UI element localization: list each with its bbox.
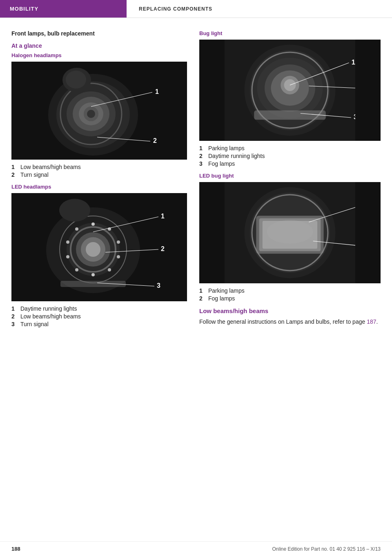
svg-text:1: 1 bbox=[161, 213, 165, 220]
item-number: 2 bbox=[199, 153, 208, 159]
page-title-text: Front lamps, bulb replacement bbox=[11, 30, 95, 37]
svg-text:3: 3 bbox=[157, 282, 160, 289]
left-column: Front lamps, bulb replacement At a glanc… bbox=[11, 30, 187, 333]
low-beams-heading: Low beams/high beams bbox=[199, 307, 381, 314]
halogen-headlamps-heading: Halogen headlamps bbox=[11, 52, 187, 58]
item-number: 3 bbox=[199, 160, 208, 167]
low-beams-description: Follow the general instructions on Lamps… bbox=[199, 318, 381, 326]
svg-point-27 bbox=[108, 268, 111, 271]
svg-point-14 bbox=[66, 71, 86, 89]
list-item: 2 Daytime running lights bbox=[199, 153, 381, 159]
list-item: 1 Parking lamps bbox=[199, 287, 381, 294]
item-text: Parking lamps bbox=[208, 145, 245, 151]
item-text: Low beams/high beams bbox=[20, 313, 81, 320]
list-item: 2 Low beams/high beams bbox=[11, 313, 187, 320]
svg-point-30 bbox=[66, 255, 69, 258]
svg-point-29 bbox=[75, 268, 78, 271]
bug-light-items-list: 1 Parking lamps 2 Daytime running lights… bbox=[199, 145, 381, 167]
main-content: Front lamps, bulb replacement At a glanc… bbox=[0, 18, 392, 349]
led-image-svg: 1 2 3 bbox=[11, 193, 187, 301]
footer: 188 Online Edition for Part no. 01 40 2 … bbox=[0, 541, 392, 556]
bug-light-heading: Bug light bbox=[199, 30, 381, 36]
list-item: 2 Fog lamps bbox=[199, 295, 381, 302]
item-number: 1 bbox=[11, 164, 20, 170]
at-a-glance-heading: At a glance bbox=[11, 42, 187, 49]
page-number: 188 bbox=[11, 546, 20, 552]
led-bug-heading: LED bug light bbox=[199, 173, 381, 179]
right-column: Bug light bbox=[199, 30, 381, 333]
svg-rect-58 bbox=[199, 40, 225, 141]
list-item: 3 Fog lamps bbox=[199, 160, 381, 167]
mobility-label: MOBILITY bbox=[10, 6, 38, 12]
item-number: 2 bbox=[11, 171, 20, 178]
list-item: 1 Parking lamps bbox=[199, 145, 381, 151]
svg-point-22 bbox=[86, 242, 100, 257]
led-items-list: 1 Daytime running lights 2 Low beams/hig… bbox=[11, 305, 187, 327]
halogen-items-list: 1 Low beams/high beams 2 Turn signal bbox=[11, 164, 187, 178]
svg-rect-51 bbox=[254, 110, 326, 120]
led-bug-svg: 1 2 bbox=[199, 182, 381, 283]
item-text: Fog lamps bbox=[208, 160, 235, 167]
page-title: Front lamps, bulb replacement bbox=[11, 30, 187, 37]
svg-rect-73 bbox=[199, 182, 225, 283]
item-number: 1 bbox=[199, 145, 208, 151]
header-section-label: REPLACING COMPONENTS bbox=[127, 0, 392, 18]
item-number: 3 bbox=[11, 321, 20, 327]
svg-point-68 bbox=[267, 220, 313, 244]
led-bug-light-image: 1 2 bbox=[199, 182, 381, 283]
svg-rect-74 bbox=[355, 182, 381, 283]
svg-text:2: 2 bbox=[153, 137, 157, 144]
item-number: 2 bbox=[11, 313, 20, 320]
svg-point-8 bbox=[87, 110, 95, 118]
svg-point-26 bbox=[117, 255, 120, 258]
period: . bbox=[376, 318, 378, 325]
svg-point-31 bbox=[66, 240, 69, 244]
list-item: 2 Turn signal bbox=[11, 171, 187, 178]
svg-text:1: 1 bbox=[155, 88, 159, 95]
item-text: Daytime running lights bbox=[208, 153, 265, 159]
svg-text:2: 2 bbox=[161, 245, 165, 252]
item-text: Turn signal bbox=[20, 321, 49, 327]
svg-point-23 bbox=[91, 222, 95, 226]
list-item: 3 Turn signal bbox=[11, 321, 187, 327]
item-text: Fog lamps bbox=[208, 295, 235, 302]
header: MOBILITY REPLACING COMPONENTS bbox=[0, 0, 392, 18]
list-item: 1 Daytime running lights bbox=[11, 305, 187, 312]
led-headlamp-image: 1 2 3 bbox=[11, 193, 187, 301]
item-text: Parking lamps bbox=[208, 287, 245, 294]
led-headlamps-heading: LED headlamps bbox=[11, 184, 187, 190]
item-number: 1 bbox=[199, 287, 208, 294]
svg-point-25 bbox=[117, 240, 120, 244]
svg-rect-59 bbox=[355, 40, 381, 141]
item-text: Turn signal bbox=[20, 171, 49, 178]
svg-point-32 bbox=[75, 227, 78, 231]
section-label: REPLACING COMPONENTS bbox=[139, 6, 212, 12]
bug-light-svg: 1 2 3 bbox=[199, 40, 381, 141]
header-mobility-tab: MOBILITY bbox=[0, 0, 127, 18]
list-item: 1 Low beams/high beams bbox=[11, 164, 187, 170]
svg-text:1: 1 bbox=[352, 58, 355, 66]
svg-point-28 bbox=[91, 273, 95, 276]
low-beams-text: Follow the general instructions on Lamps… bbox=[199, 318, 367, 325]
halogen-headlamp-image: 1 2 bbox=[11, 62, 187, 160]
footer-online-text: Online Edition for Part no. 01 40 2 925 … bbox=[272, 546, 381, 552]
bug-light-image: 1 2 3 bbox=[199, 40, 381, 141]
page-ref-link[interactable]: 187 bbox=[367, 318, 376, 325]
halogen-image-svg: 1 2 bbox=[11, 62, 187, 160]
item-number: 1 bbox=[11, 305, 20, 312]
svg-point-34 bbox=[59, 199, 90, 222]
item-text: Daytime running lights bbox=[20, 305, 77, 312]
led-bug-items-list: 1 Parking lamps 2 Fog lamps bbox=[199, 287, 381, 302]
item-number: 2 bbox=[199, 295, 208, 302]
item-text: Low beams/high beams bbox=[20, 164, 81, 170]
